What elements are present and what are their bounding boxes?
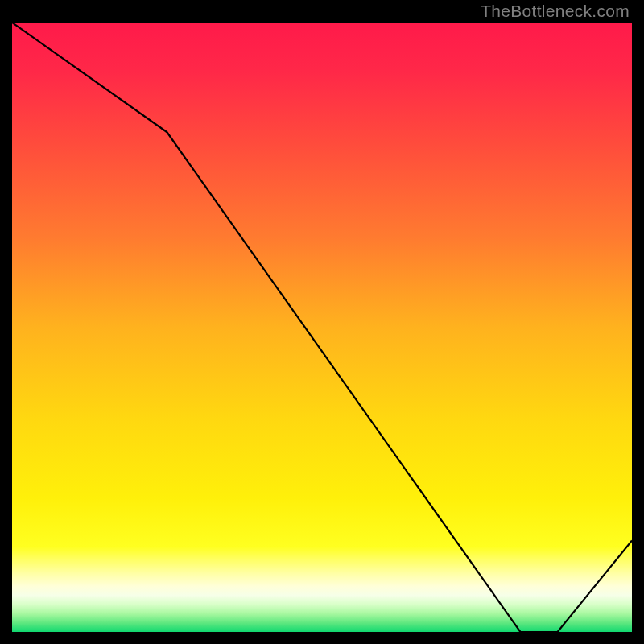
plot-area	[12, 23, 632, 632]
chart-frame	[12, 23, 632, 632]
series-line	[12, 23, 632, 632]
watermark-text: TheBottleneck.com	[481, 2, 630, 21]
